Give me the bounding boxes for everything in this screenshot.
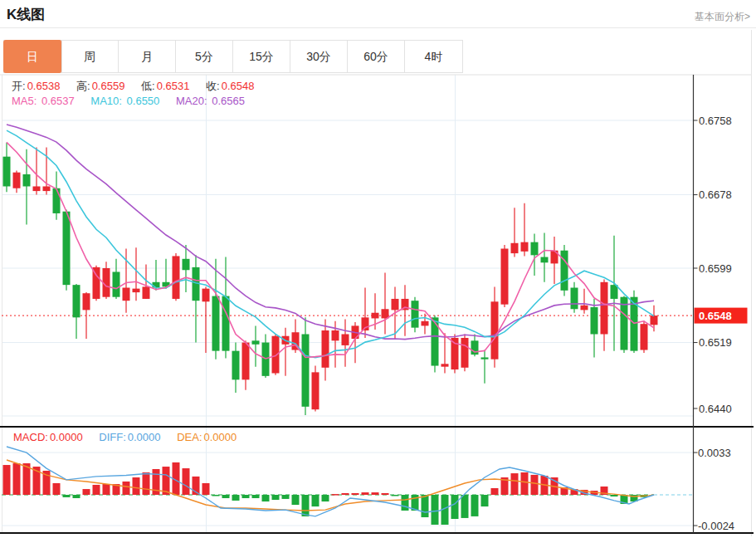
candle-up (601, 282, 608, 335)
price-axis-label: 0.6599 (699, 262, 732, 275)
header-divider (0, 27, 756, 28)
candle-up (372, 313, 379, 319)
macd-bar-down (302, 495, 310, 516)
candle-up (43, 186, 51, 191)
candle-up (521, 242, 529, 252)
macd-bar-up (103, 484, 110, 495)
ma20-line (7, 125, 654, 340)
macd-bar-up (202, 483, 210, 495)
macd-bar-up (382, 493, 389, 495)
candle-down (3, 157, 11, 187)
candle-down (222, 296, 230, 351)
candle-down (531, 242, 539, 256)
candle-down (591, 307, 598, 334)
macd-bar-down (451, 495, 459, 519)
macd-bar-down (322, 495, 329, 501)
macd-bar-up (143, 472, 150, 495)
tab-week[interactable]: 周 (61, 41, 119, 72)
macd-bar-down (73, 495, 80, 498)
macd-legend: MACD:0.0000 DIFF:0.0000 DEA:0.0000 (13, 431, 250, 443)
candle-down (212, 296, 220, 351)
candle-up (392, 299, 399, 310)
ohlc-legend: 开:0.6538 高:0.6559 低:0.6531 收:0.6548 (12, 79, 267, 94)
macd-bar-down (481, 495, 489, 506)
candle-down (611, 285, 618, 299)
low-label: 低: (141, 80, 155, 92)
tab-day[interactable]: 日 (3, 40, 62, 73)
macd-bar-up (163, 467, 170, 495)
candle-up (242, 343, 250, 380)
tab-15min[interactable]: 15分 (233, 41, 290, 72)
price-axis-label: 0.6440 (699, 403, 732, 415)
macd-bar-up (53, 483, 61, 495)
high-label: 高: (76, 80, 90, 92)
candle-down (561, 251, 568, 291)
candle-down (481, 357, 489, 359)
macd-axis-label: 0.0033 (698, 447, 731, 459)
candle-down (23, 174, 31, 187)
macd-bar-up (342, 493, 349, 495)
candle-up (332, 330, 339, 340)
candle-up (491, 301, 499, 359)
candle-up (441, 364, 449, 366)
open-label: 开: (12, 80, 26, 92)
macd-bar-up (183, 468, 190, 495)
open-value: 0.6538 (27, 80, 61, 92)
candle-down (412, 301, 419, 327)
macd-bar-down (312, 495, 319, 506)
kline-module: K线图 基本面分析> 日 周 月 5分 15分 30分 60分 4时 0.675… (0, 0, 756, 538)
macd-bar-up (511, 473, 519, 495)
candle-down (541, 257, 549, 263)
ma10-line (7, 130, 654, 358)
macd-value: 0.0000 (50, 431, 83, 443)
macd-bar-down (471, 495, 479, 516)
macd-bar-down (611, 495, 618, 496)
candle-up (83, 293, 90, 310)
ma20-value: 0.6565 (212, 95, 245, 107)
candle-up (202, 289, 210, 302)
ma5-value: 0.6537 (41, 95, 75, 107)
macd-bar-up (83, 489, 90, 495)
candle-down (73, 285, 80, 317)
macd-bar-down (212, 495, 220, 496)
candle-up (133, 289, 140, 292)
candle-down (113, 271, 120, 296)
macd-bar-up (123, 482, 130, 495)
ma10-label: MA10: (90, 95, 122, 107)
candle-down (153, 282, 160, 288)
macd-bar-down (392, 495, 399, 496)
price-axis-label: 0.6678 (699, 188, 732, 201)
tab-4hour[interactable]: 4时 (405, 41, 462, 72)
macd-bar-up (531, 475, 539, 495)
diff-line (7, 447, 654, 516)
kline-chart[interactable]: 0.67580.66780.65990.65190.64400.0033-0.0… (0, 73, 756, 538)
macd-bar-up (362, 492, 369, 495)
candle-up (143, 286, 150, 299)
macd-bar-up (491, 488, 499, 495)
candle-down (432, 317, 439, 365)
macd-bar-down (222, 495, 230, 498)
last-price-badge-text: 0.6548 (699, 310, 732, 322)
candle-up (312, 372, 319, 409)
macd-bar-up (332, 494, 339, 496)
macd-bar-down (292, 495, 300, 505)
macd-bar-down (402, 495, 409, 511)
fundamental-analysis-link[interactable]: 基本面分析> (695, 10, 750, 24)
candle-up (641, 324, 648, 350)
candle-up (422, 321, 429, 326)
candle-up (461, 338, 469, 368)
macd-bar-up (93, 485, 100, 495)
candle-down (63, 212, 71, 285)
diff-label: DIFF: (99, 431, 126, 443)
candle-up (501, 248, 509, 304)
macd-bar-down (63, 495, 71, 497)
ma20-label: MA20: (176, 95, 207, 107)
macd-axis-label: -0.0024 (698, 520, 734, 532)
candle-up (13, 173, 21, 188)
macd-bar-up (3, 465, 11, 495)
tab-5min[interactable]: 5分 (176, 41, 233, 72)
tab-month[interactable]: 月 (119, 41, 176, 72)
tab-60min[interactable]: 60分 (348, 41, 405, 72)
tab-30min[interactable]: 30分 (290, 41, 348, 72)
interval-tab-bar: 日 周 月 5分 15分 30分 60分 4时 (3, 40, 463, 73)
